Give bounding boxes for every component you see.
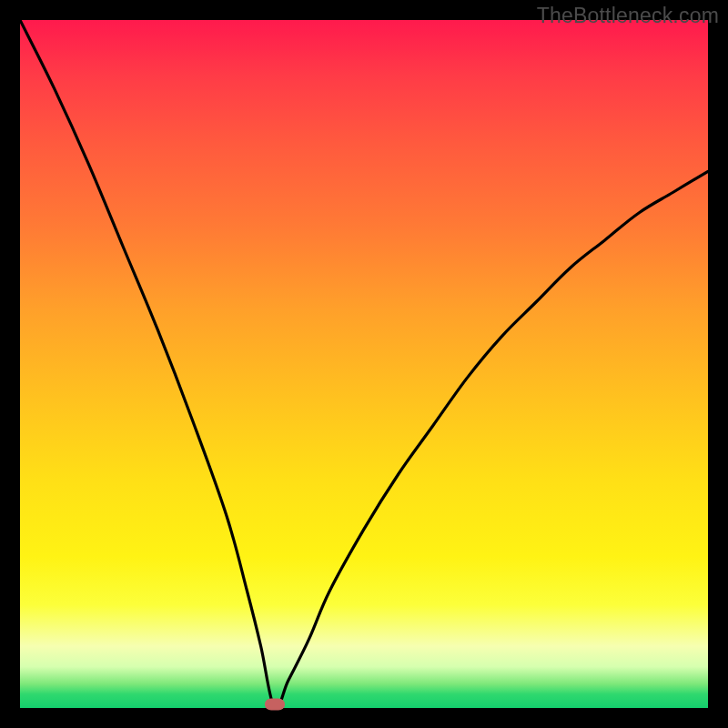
minimum-marker [265, 699, 285, 711]
watermark-text: TheBottleneck.com [537, 4, 719, 28]
curve-path [20, 20, 708, 708]
plot-area [20, 20, 708, 708]
chart-frame: TheBottleneck.com [0, 0, 728, 728]
bottleneck-curve [20, 20, 708, 708]
